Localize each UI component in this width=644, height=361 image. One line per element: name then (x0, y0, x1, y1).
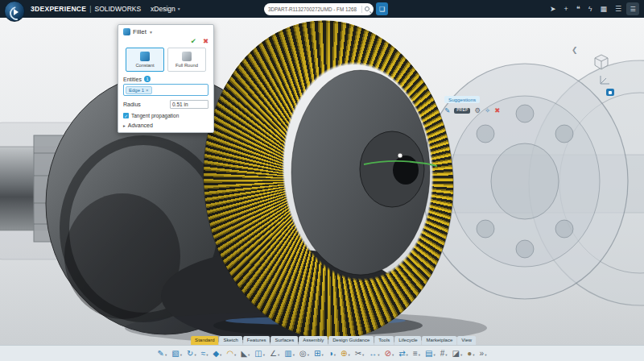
tab-surfaces[interactable]: Surfaces (271, 336, 299, 345)
bolt-icon[interactable]: ϟ (588, 6, 592, 13)
apps-grid-icon[interactable]: ▦ (600, 6, 607, 13)
rib-icon[interactable]: ▥ ▾ (284, 350, 295, 358)
confirm-button[interactable]: ✔ (191, 37, 196, 45)
brand-divider: | (89, 5, 91, 13)
tab-lifecycle[interactable]: Lifecycle (394, 336, 421, 345)
shell-icon[interactable]: ◫ ▾ (254, 350, 265, 358)
app-name: xDesign (151, 5, 175, 13)
full-round-fillet-icon (182, 52, 192, 61)
profile-menu-button[interactable]: ☰ (626, 2, 639, 15)
search-input[interactable] (268, 6, 359, 12)
app-switcher[interactable]: xDesign ▼ (151, 5, 181, 13)
fillet-type-options: Constant Full Round (123, 48, 208, 72)
tab-features[interactable]: Features (243, 336, 270, 345)
topbar-icons: ➤+❝ϟ▦☰ (550, 0, 621, 18)
view-cube[interactable] (592, 53, 610, 71)
tab-assembly[interactable]: Assembly (299, 336, 328, 345)
tab-view[interactable]: View (457, 336, 476, 345)
move-face-icon[interactable]: ↔ ▾ (369, 350, 379, 358)
bottom-toolbar: ✎ ▾ ▧ ▾ ↻ ▾ ≈ ▾ ◆ ▾ ◠ ▾ ◣ ▾ (0, 345, 644, 361)
constant-fillet-icon (140, 52, 150, 61)
chip-remove-icon[interactable]: × (146, 88, 149, 93)
brand: 3DEXPERIENCE | SOLIDWORKS xDesign ▼ (31, 5, 181, 13)
3ds-compass-logo[interactable] (4, 1, 25, 22)
collapse-panel-chevron[interactable]: ❮ (572, 46, 578, 54)
idea-icon[interactable]: ✧ (485, 107, 490, 114)
chevron-down-icon[interactable]: ▼ (149, 30, 153, 35)
viewport-3d[interactable] (0, 18, 644, 345)
chat-icon[interactable]: ❝ (576, 6, 580, 13)
cancel-button[interactable]: ✖ (203, 37, 208, 45)
pattern-icon[interactable]: ⊞ ▾ (314, 350, 324, 358)
revolve-icon[interactable]: ↻ ▾ (187, 350, 196, 358)
option-label: Constant (135, 63, 154, 68)
edge-midpoint-handle[interactable] (398, 153, 402, 158)
section-icon[interactable]: ◪ ▾ (452, 350, 463, 358)
extrude-icon[interactable]: ▧ ▾ (171, 350, 182, 358)
option-constant[interactable]: Constant (126, 48, 164, 72)
more-tools-icon[interactable]: » ▾ (480, 350, 487, 358)
tag-button[interactable]: ❏ (376, 2, 388, 15)
scene-front (0, 18, 644, 345)
option-label: Full Round (175, 63, 198, 68)
dialog-title: Fillet (133, 28, 147, 35)
menu-icon[interactable]: ☰ (615, 6, 621, 13)
dialog-actions: ✔ ✖ (123, 37, 208, 45)
brand-3dexperience: 3DEXPERIENCE (31, 5, 86, 13)
thicken-icon[interactable]: ▤ ▾ (425, 350, 436, 358)
suggestions-icons: ✎PREP⚙✧✖ (444, 107, 500, 114)
radius-row: Radius (123, 100, 208, 109)
settings-gear-icon[interactable]: ⚙ (474, 107, 481, 114)
sweep-icon[interactable]: ≈ ▾ (201, 350, 208, 358)
tangent-checkbox[interactable]: ✓ (123, 113, 129, 118)
radius-input[interactable] (170, 100, 208, 109)
prep-sketch-icon[interactable]: ✎ (444, 107, 450, 114)
search-pill[interactable] (264, 3, 374, 15)
tab-tools[interactable]: Tools (374, 336, 394, 345)
selection-chip[interactable]: Edge 1 × (126, 86, 152, 94)
chevron-down-icon: ▼ (177, 6, 181, 11)
radius-label: Radius (123, 102, 141, 107)
entities-selection-box[interactable]: Edge 1 × (123, 84, 208, 96)
search-icon[interactable] (365, 6, 369, 11)
tab-design-guidance[interactable]: Design Guidance (328, 336, 374, 345)
chip-label: Edge 1 (129, 88, 144, 93)
replace-face-icon[interactable]: ⇄ ▾ (398, 350, 408, 358)
tangent-propagation-row: ✓ Tangent propagation (123, 113, 208, 118)
fillet-icon (123, 28, 130, 35)
fillet-icon[interactable]: ◠ ▾ (226, 350, 236, 358)
entities-label: Entities (123, 77, 142, 82)
tab-marketplace[interactable]: Marketplace (423, 336, 457, 345)
tag-icon: ❏ (379, 6, 385, 13)
split-icon[interactable]: ✂ ▾ (355, 350, 365, 358)
brand-solidworks: SOLIDWORKS (94, 5, 141, 13)
delete-face-icon[interactable]: ⊘ ▾ (385, 350, 394, 358)
boolean-icon[interactable]: ⊕ ▾ (341, 350, 350, 358)
axis-triad-icon[interactable] (597, 74, 612, 86)
advanced-label: Advanced (128, 122, 153, 128)
loft-icon[interactable]: ◆ ▾ (213, 350, 221, 358)
fillet-dialog: Fillet ▼ ✔ ✖ Constant Full Round Entitie… (118, 24, 214, 133)
tab-sketch[interactable]: Sketch (219, 336, 242, 345)
quick-selection-icon[interactable] (606, 89, 614, 96)
close-icon[interactable]: ✖ (494, 107, 500, 114)
mirror-icon[interactable]: ◑ ▾ (328, 350, 336, 358)
option-full-round[interactable]: Full Round (167, 48, 206, 72)
action-bar-tabs: StandardSketchFeaturesSurfacesAssemblyDe… (191, 336, 476, 345)
sketch-icon[interactable]: ✎ ▾ (158, 350, 167, 358)
tab-standard[interactable]: Standard (191, 336, 218, 345)
add-icon[interactable]: + (564, 6, 568, 13)
offset-icon[interactable]: ≡ ▾ (413, 350, 420, 358)
draft-icon[interactable]: ∠ ▾ (270, 350, 279, 358)
chamfer-icon[interactable]: ◣ ▾ (241, 350, 250, 358)
hub-hole[interactable] (393, 156, 419, 185)
entities-row: Entities 1 (123, 76, 208, 82)
appearance-icon[interactable]: ● ▾ (467, 350, 474, 358)
expander-icon: ▸ (123, 123, 126, 128)
share-icon[interactable]: ➤ (550, 6, 556, 13)
top-bar: 3DEXPERIENCE | SOLIDWORKS xDesign ▼ ❏ ➤+… (0, 0, 644, 18)
advanced-row[interactable]: ▸ Advanced (123, 122, 208, 128)
prep-badge[interactable]: PREP (454, 108, 470, 114)
hole-icon[interactable]: ◎ ▾ (299, 350, 309, 358)
measure-icon[interactable]: # ▾ (440, 350, 448, 358)
